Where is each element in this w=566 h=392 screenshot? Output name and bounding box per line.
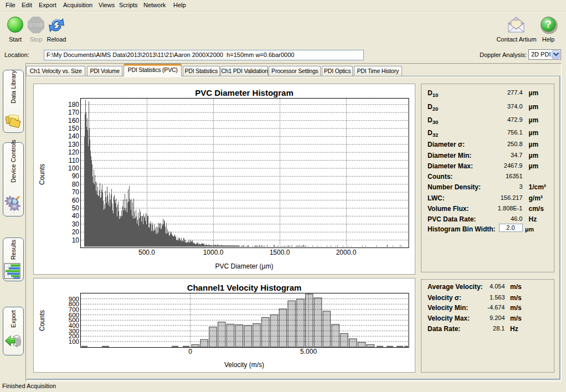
svg-text:Counts: Counts (38, 310, 46, 331)
svg-text:Velocity (m/s): Velocity (m/s) (224, 361, 264, 369)
svg-text:80: 80 (72, 180, 80, 188)
svg-text:Channel1 Velocity Histogram: Channel1 Velocity Histogram (187, 283, 302, 292)
svg-text:10: 10 (72, 236, 80, 244)
svg-text:100: 100 (68, 164, 79, 172)
svg-text:140: 140 (68, 132, 79, 140)
svg-text:2000.0: 2000.0 (336, 249, 357, 256)
svg-text:170: 170 (68, 109, 79, 116)
svg-text:PVC Diameter Histogram: PVC Diameter Histogram (195, 88, 294, 97)
svg-text:0: 0 (188, 348, 192, 355)
svg-text:30: 30 (72, 220, 80, 228)
svg-text:120: 120 (68, 148, 79, 156)
svg-text:20: 20 (72, 228, 80, 236)
svg-text:130: 130 (68, 141, 79, 148)
svg-text:1500.0: 1500.0 (270, 249, 290, 256)
svg-text:110: 110 (69, 157, 79, 164)
svg-text:PVC Diameter (µm): PVC Diameter (µm) (215, 262, 274, 270)
svg-text:160: 160 (68, 117, 79, 125)
svg-text:500.0: 500.0 (138, 249, 155, 256)
svg-text:Counts: Counts (38, 164, 46, 185)
svg-text:5.000: 5.000 (300, 348, 317, 355)
svg-text:90: 90 (72, 172, 80, 180)
svg-text:70: 70 (72, 188, 80, 196)
svg-text:1000.0: 1000.0 (203, 249, 224, 256)
svg-text:50: 50 (72, 204, 80, 212)
svg-text:900: 900 (69, 296, 79, 302)
svg-text:60: 60 (72, 197, 80, 204)
svg-text:40: 40 (72, 212, 80, 220)
svg-text:150: 150 (68, 125, 79, 132)
svg-text:180: 180 (68, 101, 79, 109)
